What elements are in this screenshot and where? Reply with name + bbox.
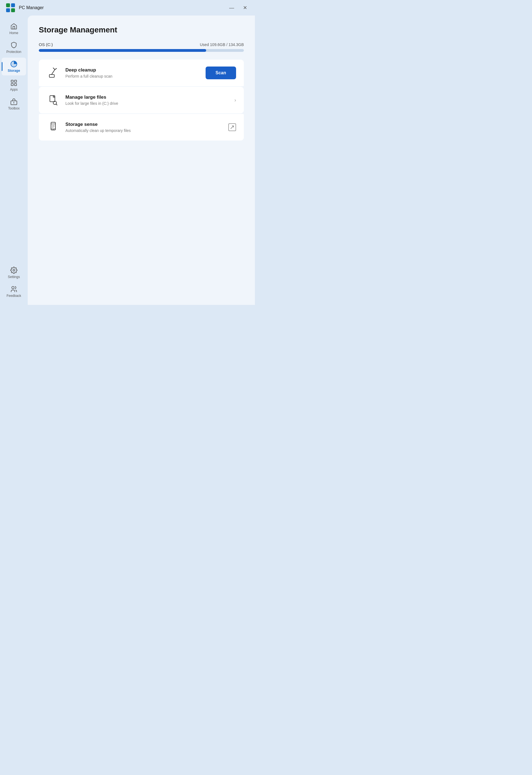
disk-header: OS (C:) Used 109.6GB / 134.3GB bbox=[39, 42, 244, 47]
chevron-right-icon: › bbox=[234, 97, 236, 103]
home-icon bbox=[10, 23, 17, 30]
app-body: Home Protection Storage bbox=[0, 16, 255, 305]
sidebar-item-feedback[interactable]: Feedback bbox=[2, 283, 26, 300]
svg-point-10 bbox=[13, 269, 15, 271]
toolbox-icon bbox=[10, 98, 17, 105]
svg-rect-3 bbox=[11, 8, 15, 12]
svg-rect-2 bbox=[6, 8, 10, 12]
deep-cleanup-action: Scan bbox=[206, 66, 236, 79]
storage-sense-subtitle: Automatically clean up temporary files bbox=[65, 128, 223, 133]
sidebar-item-apps[interactable]: Apps bbox=[2, 76, 26, 94]
sidebar-item-storage[interactable]: Storage bbox=[2, 58, 26, 75]
svg-rect-6 bbox=[11, 83, 13, 86]
disk-name: OS (C:) bbox=[39, 42, 53, 47]
storage-sense-title: Storage sense bbox=[65, 122, 223, 127]
settings-icon bbox=[10, 267, 17, 274]
manage-large-files-subtitle: Look for large files in (C:) drive bbox=[65, 101, 229, 106]
app-title: PC Manager bbox=[19, 5, 227, 10]
manage-large-files-icon bbox=[47, 93, 60, 107]
app-logo bbox=[6, 3, 16, 13]
page-title: Storage Management bbox=[39, 25, 244, 34]
minimize-button[interactable]: — bbox=[227, 3, 236, 12]
deep-cleanup-title: Deep cleanup bbox=[65, 67, 200, 73]
external-link-icon bbox=[228, 123, 236, 131]
svg-rect-4 bbox=[11, 80, 13, 82]
title-bar: PC Manager — ✕ bbox=[0, 0, 255, 16]
scan-button[interactable]: Scan bbox=[206, 66, 236, 79]
manage-large-files-text: Manage large files Look for large files … bbox=[65, 94, 229, 106]
protection-icon bbox=[10, 42, 17, 49]
svg-rect-12 bbox=[49, 75, 54, 77]
storage-sense-action[interactable] bbox=[228, 123, 236, 131]
deep-cleanup-icon bbox=[47, 66, 60, 80]
sidebar-label-storage: Storage bbox=[8, 69, 20, 73]
svg-rect-5 bbox=[14, 80, 17, 82]
storage-sense-icon bbox=[47, 121, 60, 134]
manage-large-files-card[interactable]: Manage large files Look for large files … bbox=[39, 87, 244, 113]
svg-line-13 bbox=[52, 70, 55, 75]
sidebar-item-settings[interactable]: Settings bbox=[2, 264, 26, 281]
storage-sense-card[interactable]: Storage sense Automatically clean up tem… bbox=[39, 114, 244, 140]
cards-container: Deep cleanup Perform a full cleanup scan… bbox=[39, 60, 244, 140]
main-content: Storage Management OS (C:) Used 109.6GB … bbox=[28, 16, 255, 305]
sidebar-label-apps: Apps bbox=[10, 88, 17, 91]
disk-usage-text: Used 109.6GB / 134.3GB bbox=[200, 42, 244, 47]
sidebar-label-settings: Settings bbox=[8, 275, 20, 279]
disk-progress-fill bbox=[39, 49, 206, 52]
apps-icon bbox=[10, 79, 17, 86]
storage-sense-text: Storage sense Automatically clean up tem… bbox=[65, 122, 223, 133]
svg-rect-7 bbox=[14, 83, 17, 86]
sidebar-item-home[interactable]: Home bbox=[2, 20, 26, 38]
manage-large-files-title: Manage large files bbox=[65, 94, 229, 100]
svg-rect-1 bbox=[11, 3, 15, 7]
disk-progress-bar bbox=[39, 49, 244, 52]
sidebar-item-toolbox[interactable]: Toolbox bbox=[2, 95, 26, 113]
disk-section: OS (C:) Used 109.6GB / 134.3GB bbox=[39, 42, 244, 52]
sidebar-label-feedback: Feedback bbox=[7, 294, 21, 298]
svg-line-15 bbox=[53, 68, 55, 70]
svg-line-18 bbox=[56, 104, 57, 105]
sidebar: Home Protection Storage bbox=[0, 16, 28, 305]
deep-cleanup-text: Deep cleanup Perform a full cleanup scan bbox=[65, 67, 200, 78]
sidebar-label-toolbox: Toolbox bbox=[8, 106, 19, 110]
storage-icon bbox=[10, 60, 17, 68]
deep-cleanup-card[interactable]: Deep cleanup Perform a full cleanup scan… bbox=[39, 60, 244, 86]
feedback-icon bbox=[10, 285, 17, 293]
svg-point-11 bbox=[12, 286, 14, 289]
window-controls: — ✕ bbox=[227, 3, 249, 12]
svg-rect-0 bbox=[6, 3, 10, 7]
manage-large-files-action[interactable]: › bbox=[234, 97, 236, 103]
deep-cleanup-subtitle: Perform a full cleanup scan bbox=[65, 74, 200, 78]
close-button[interactable]: ✕ bbox=[241, 3, 249, 12]
sidebar-label-home: Home bbox=[9, 31, 18, 35]
sidebar-item-protection[interactable]: Protection bbox=[2, 39, 26, 57]
sidebar-label-protection: Protection bbox=[6, 50, 21, 54]
